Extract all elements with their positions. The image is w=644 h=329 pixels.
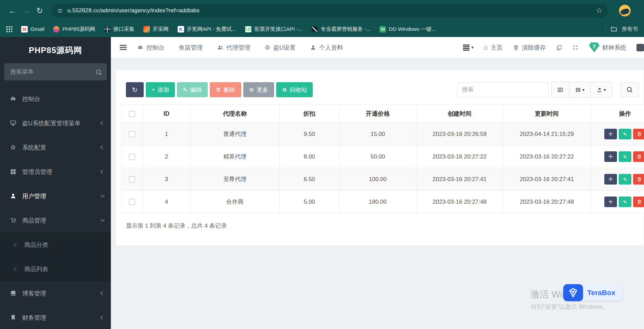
cell-created: 2023-03-16 20:26:59: [416, 123, 503, 145]
bookmark-jiekoucaiji[interactable]: 接口采集: [104, 26, 134, 33]
search-button[interactable]: [620, 82, 639, 97]
forward-icon[interactable]: →: [19, 4, 33, 17]
detail-view-button[interactable]: [552, 82, 569, 97]
row-checkbox[interactable]: [129, 131, 135, 137]
tab-dashboard[interactable]: 控制台: [130, 37, 172, 58]
col-discount[interactable]: 折扣: [280, 105, 339, 123]
export-icon: [596, 87, 602, 93]
tab-list-dropdown[interactable]: ▾: [463, 45, 474, 50]
drag-sort-button[interactable]: [604, 174, 617, 185]
bookmark-label: 彩票开奖接口API -...: [254, 26, 302, 33]
sidebar-item-dashboard[interactable]: 控制台: [0, 87, 111, 111]
col-updated[interactable]: 更新时间: [503, 105, 591, 123]
book-icon: [8, 290, 18, 296]
chevron-left-icon: [100, 121, 105, 125]
hamburger-icon[interactable]: [120, 45, 127, 46]
sidebar-item-goods-list[interactable]: ○ 商品列表: [0, 257, 111, 281]
sidebar-search-input[interactable]: [10, 68, 96, 76]
gear-icon: ⚙: [265, 44, 270, 51]
clear-cache-link[interactable]: 清除缓存: [513, 43, 546, 52]
recycle-bin-button[interactable]: ♻ 回收站: [276, 82, 313, 97]
back-icon[interactable]: ←: [5, 4, 19, 17]
bookmark-caipiao-api[interactable]: LD 彩票开奖接口API -...: [245, 26, 302, 33]
tab-yumiao-manage[interactable]: 鱼苗管理: [172, 37, 210, 58]
sidebar-item-goods-category[interactable]: ○ 商品分类: [0, 232, 111, 257]
profile-avatar[interactable]: [619, 5, 631, 16]
url-text[interactable]: u.552828.cc/admin/user/agency/index?ref=…: [67, 7, 199, 14]
chevron-down-icon: [100, 217, 105, 222]
cell-discount: 9.50: [280, 123, 339, 145]
bookmark-baping[interactable]: 专业霸屏营销服务 -...: [311, 26, 371, 33]
row-delete-button[interactable]: [633, 174, 644, 185]
tab-agency-manage[interactable]: 代理管理: [210, 37, 258, 58]
gears-icon: ⚙: [8, 144, 18, 151]
sidebar-search[interactable]: [4, 63, 107, 80]
more-button[interactable]: ⚙ 更多: [243, 82, 274, 97]
all-bookmarks[interactable]: 所有书: [605, 25, 638, 33]
row-delete-button[interactable]: [633, 197, 644, 207]
tab-dau-settings[interactable]: ⚙ 盗U设置: [258, 37, 303, 58]
chevron-left-icon: [100, 291, 105, 295]
address-bar[interactable]: u.552828.cc/admin/user/agency/index?ref=…: [51, 4, 608, 17]
bookmark-gmail[interactable]: M Gmail: [21, 26, 44, 33]
col-actions: 操作: [591, 105, 644, 123]
system-brand[interactable]: T 财神系统: [589, 42, 626, 52]
brand-logo[interactable]: PHP85源码网: [0, 37, 111, 63]
row-checkbox[interactable]: [129, 176, 135, 182]
col-price[interactable]: 开通价格: [339, 105, 416, 123]
col-id[interactable]: ID: [143, 105, 191, 123]
col-created[interactable]: 创建时间: [416, 105, 503, 123]
sidebar-item-user-manage[interactable]: 用户管理: [0, 184, 111, 208]
refresh-button[interactable]: ↻: [126, 82, 144, 97]
row-edit-button[interactable]: ✎: [619, 129, 631, 139]
sidebar-item-goods-manage[interactable]: 商品管理: [0, 208, 111, 232]
partial-icon[interactable]: [636, 44, 644, 51]
row-edit-button[interactable]: ✎: [619, 197, 631, 207]
pencil-icon: ✎: [183, 87, 187, 93]
trash-icon: [216, 87, 221, 92]
add-button[interactable]: + 添加: [146, 82, 175, 97]
trash-icon: [637, 154, 642, 159]
list-icon: [463, 45, 469, 46]
row-delete-button[interactable]: [633, 151, 644, 162]
col-name[interactable]: 代理名称: [191, 105, 280, 123]
export-button[interactable]: ▾: [591, 82, 612, 97]
bookmarks-bar: M Gmail PHP85源码网 接口采集 开采网 K 开奖网API - 免费试…: [0, 21, 644, 37]
bookmark-star-icon[interactable]: ☆: [596, 6, 603, 15]
sidebar-item-system-config[interactable]: ⚙ 系统配置: [0, 135, 111, 160]
drag-sort-button[interactable]: [604, 197, 617, 207]
columns-button[interactable]: ▾: [569, 82, 591, 97]
drag-sort-button[interactable]: [604, 151, 617, 162]
fullscreen-button[interactable]: [572, 45, 579, 51]
reload-icon[interactable]: ↻: [33, 4, 47, 17]
site-settings-icon[interactable]: [57, 8, 63, 14]
sidebar-item-finance-manage[interactable]: 财务管理: [0, 305, 111, 329]
row-edit-button[interactable]: ✎: [619, 174, 631, 185]
row-checkbox[interactable]: [129, 154, 135, 160]
row-checkbox[interactable]: [129, 199, 135, 205]
cell-discount: 6.50: [280, 168, 339, 191]
row-edit-button[interactable]: ✎: [619, 151, 631, 162]
bookmark-dd-windows[interactable]: Xx DD Windows 一键...: [379, 26, 436, 33]
apps-grid-icon[interactable]: [6, 26, 12, 32]
cell-created: 2023-03-16 20:27:48: [416, 191, 503, 213]
terabox-widget[interactable]: TeraBox: [563, 284, 622, 301]
bookmark-label: 开奖网API - 免费试...: [187, 26, 236, 33]
sidebar-item-blog-manage[interactable]: 博客管理: [0, 281, 111, 305]
tab-profile[interactable]: 个人资料: [303, 37, 350, 58]
copy-button[interactable]: [556, 45, 562, 51]
sidebar-item-admin-manage[interactable]: 管理员管理: [0, 160, 111, 184]
drag-sort-button[interactable]: [604, 129, 617, 139]
edit-button[interactable]: ✎ 编辑: [177, 82, 207, 97]
bookmark-kaijiang-api[interactable]: K 开奖网API - 免费试...: [178, 26, 236, 33]
content-area: ↻ + 添加 ✎ 编辑 删除: [111, 58, 644, 329]
select-all-checkbox[interactable]: [129, 111, 135, 117]
sidebar-item-dau-config[interactable]: 盗U系统配置管理菜单: [0, 111, 111, 135]
sidebar-item-label: 系统配置: [22, 143, 46, 152]
home-link[interactable]: ⌂ 主页: [484, 43, 503, 52]
bookmark-php85[interactable]: PHP85源码网: [53, 26, 95, 33]
table-search-input[interactable]: [457, 82, 549, 97]
row-delete-button[interactable]: [633, 129, 644, 139]
delete-button[interactable]: 删除: [210, 82, 241, 97]
bookmark-kaicai[interactable]: 开采网: [143, 26, 169, 33]
